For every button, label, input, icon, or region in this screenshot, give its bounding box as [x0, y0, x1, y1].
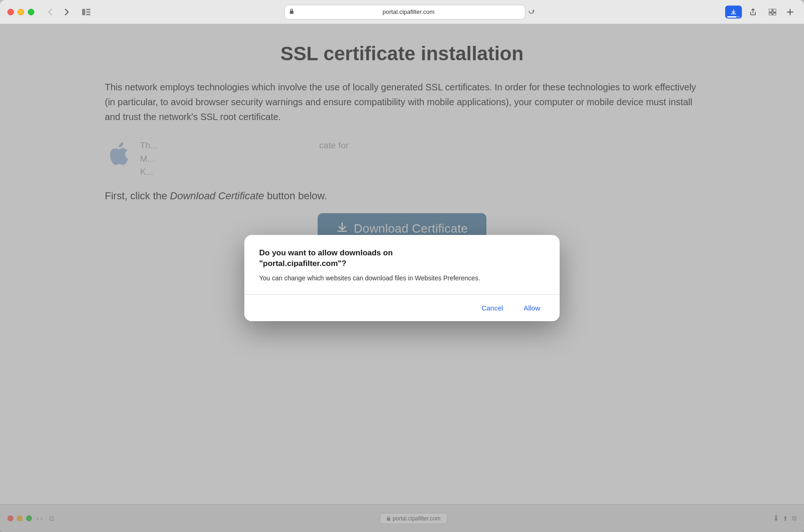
traffic-lights: [7, 9, 34, 15]
content-area: SSL certificate installation This networ…: [0, 24, 804, 532]
maximize-button[interactable]: [28, 9, 34, 15]
svg-rect-0: [82, 9, 85, 15]
lock-icon: [289, 8, 294, 15]
download-progress-bar: [727, 16, 740, 18]
new-tab-button[interactable]: [784, 6, 797, 19]
download-progress-fill: [727, 16, 736, 18]
dialog-body: Do you want to allow downloads onDo you …: [244, 235, 560, 294]
url-text: portal.cipafilter.com: [297, 8, 520, 15]
minimize-button[interactable]: [18, 9, 24, 15]
svg-rect-5: [769, 9, 772, 12]
download-permission-dialog: Do you want to allow downloads onDo you …: [244, 235, 560, 321]
dialog-message: You can change which websites can downlo…: [259, 273, 545, 283]
svg-rect-6: [773, 9, 776, 12]
download-button[interactable]: [725, 6, 742, 19]
dialog-title: Do you want to allow downloads onDo you …: [259, 248, 545, 268]
svg-rect-7: [769, 13, 772, 15]
svg-rect-1: [86, 9, 90, 10]
dialog-overlay: Do you want to allow downloads onDo you …: [0, 24, 804, 532]
share-button[interactable]: [745, 6, 761, 19]
tabs-button[interactable]: [764, 6, 781, 19]
svg-rect-8: [773, 13, 776, 15]
toolbar-right: [725, 6, 797, 19]
back-button[interactable]: [43, 6, 57, 19]
sidebar-toggle-button[interactable]: [79, 6, 94, 19]
cancel-button[interactable]: Cancel: [473, 301, 511, 315]
address-bar-area: portal.cipafilter.com: [98, 5, 721, 19]
dialog-actions: Cancel Allow: [244, 295, 560, 321]
close-button[interactable]: [7, 9, 14, 15]
reload-button[interactable]: [528, 8, 535, 16]
svg-rect-3: [86, 14, 90, 15]
address-bar[interactable]: portal.cipafilter.com: [284, 5, 525, 19]
svg-rect-4: [290, 11, 294, 14]
svg-rect-2: [86, 11, 90, 13]
allow-button[interactable]: Allow: [515, 301, 549, 315]
nav-buttons: [43, 6, 74, 19]
title-bar: portal.cipafilter.com: [0, 0, 804, 24]
forward-button[interactable]: [59, 6, 74, 19]
browser-window: portal.cipafilter.com: [0, 0, 804, 532]
